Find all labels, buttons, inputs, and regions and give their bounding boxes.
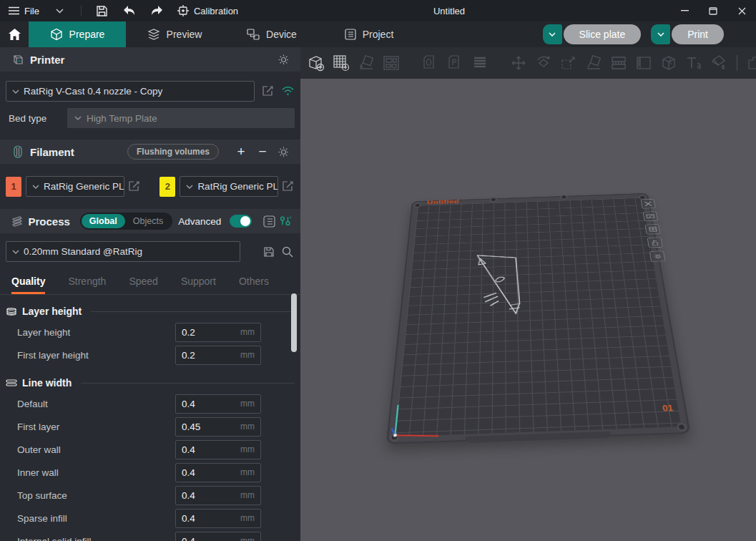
bed-type-select[interactable]: High Temp Plate: [67, 108, 295, 128]
device-icon: [247, 29, 260, 40]
file-menu-label: File: [24, 6, 39, 16]
viewport-toolbar: [300, 47, 756, 79]
tab-others[interactable]: Others: [239, 271, 269, 294]
slice-plate-button[interactable]: Slice plate: [564, 24, 642, 44]
move-icon[interactable]: [509, 53, 529, 73]
support-paint-icon[interactable]: [634, 53, 654, 73]
layer-height-input[interactable]: 0.2 mm: [175, 323, 261, 342]
tab-quality[interactable]: Quality: [11, 271, 45, 294]
setting-label: Sparse infill: [17, 513, 175, 524]
filament-1-select[interactable]: RatRig Generic PLA: [26, 176, 124, 197]
edit-filament-2-icon[interactable]: [281, 181, 295, 192]
sidebar-scrollbar[interactable]: [291, 293, 297, 352]
home-button[interactable]: [0, 21, 29, 47]
hamburger-icon: [9, 6, 19, 15]
split-parts-icon[interactable]: [445, 53, 465, 73]
internal-solid-infill-line-width-input[interactable]: 0.4 mm: [175, 532, 261, 541]
setting-value: 0.4: [182, 444, 240, 455]
setting-label: Default: [17, 399, 175, 409]
setting-label: First layer height: [17, 350, 175, 361]
assembly-icon[interactable]: [745, 53, 756, 73]
tab-support[interactable]: Support: [181, 271, 216, 294]
add-icon[interactable]: [306, 53, 326, 73]
tab-project[interactable]: Project: [320, 21, 418, 47]
edit-filament-1-icon[interactable]: [127, 181, 141, 192]
model-sketch-outline[interactable]: [468, 240, 545, 333]
maximize-button[interactable]: [699, 0, 727, 21]
outer-wall-line-width-input[interactable]: 0.4 mm: [175, 440, 261, 459]
objects-list-icon[interactable]: [263, 215, 276, 228]
setting-value: 0.45: [182, 421, 240, 432]
auto-orient-icon[interactable]: [356, 53, 376, 73]
slice-plate-dropdown[interactable]: [543, 24, 562, 44]
parameter-table-icon[interactable]: [279, 215, 292, 227]
save-preset-icon[interactable]: [263, 246, 275, 258]
place-on-face-icon[interactable]: [584, 53, 604, 73]
printer-section-title: Printer: [30, 54, 64, 66]
filament-section-header: Filament Flushing volumes + −: [0, 140, 300, 164]
save-button[interactable]: [89, 0, 116, 21]
wifi-connection-icon[interactable]: [280, 87, 295, 96]
scope-global[interactable]: Global: [82, 214, 125, 228]
cut-icon[interactable]: [609, 53, 629, 73]
top-surface-line-width-input[interactable]: 0.4 mm: [175, 486, 261, 505]
tab-speed[interactable]: Speed: [129, 271, 157, 294]
undo-button[interactable]: [116, 0, 143, 21]
default-line-width-input[interactable]: 0.4 mm: [175, 394, 261, 414]
arrange-plate-icon[interactable]: [645, 224, 661, 234]
calibration-button[interactable]: Calibration: [170, 0, 245, 21]
coordinate-axes: [388, 398, 448, 443]
plate-name-label: Untitled: [427, 198, 460, 206]
filament-settings-gear-icon[interactable]: [275, 146, 292, 158]
viewport-3d[interactable]: Untitled 01: [300, 79, 756, 541]
inner-wall-line-width-input[interactable]: 0.4 mm: [175, 463, 261, 482]
plate-settings-gear-icon[interactable]: [649, 250, 666, 261]
setting-unit: mm: [240, 536, 255, 541]
filament-2-badge[interactable]: 2: [159, 177, 175, 197]
tab-device[interactable]: Device: [223, 21, 320, 47]
delete-plate-icon[interactable]: [641, 199, 656, 209]
tab-strength[interactable]: Strength: [68, 271, 106, 294]
build-plate[interactable]: Untitled 01: [386, 193, 691, 444]
add-filament-button[interactable]: +: [232, 144, 250, 160]
print-button[interactable]: Print: [672, 24, 724, 44]
print-dropdown[interactable]: [651, 24, 670, 44]
arrange-icon[interactable]: [381, 53, 401, 73]
color-paint-icon[interactable]: [709, 53, 729, 73]
flushing-volumes-button[interactable]: Flushing volumes: [127, 144, 219, 160]
remove-filament-button[interactable]: −: [253, 144, 272, 160]
printer-settings-gear-icon[interactable]: [275, 54, 292, 66]
scope-objects[interactable]: Objects: [125, 214, 171, 228]
add-plate-icon[interactable]: [331, 53, 351, 73]
advanced-toggle[interactable]: [230, 215, 252, 228]
rename-plate-icon[interactable]: [643, 211, 658, 221]
tab-prepare[interactable]: Prepare: [29, 21, 126, 47]
group-title: Line width: [22, 377, 72, 389]
setting-value: 0.4: [182, 490, 240, 501]
split-objects-icon[interactable]: [420, 53, 440, 73]
filament-2-select[interactable]: RatRig Generic PLA: [180, 176, 278, 197]
calibration-icon: [177, 5, 189, 16]
file-menu-chevron[interactable]: [46, 0, 74, 21]
first-layer-line-width-input[interactable]: 0.45 mm: [175, 417, 261, 437]
process-section-header: Process Global Objects Advanced: [0, 209, 300, 233]
scale-icon[interactable]: [559, 53, 579, 73]
text-icon[interactable]: [684, 53, 704, 73]
variable-layer-height-icon[interactable]: [470, 53, 490, 73]
sparse-infill-line-width-input[interactable]: 0.4 mm: [175, 509, 261, 528]
redo-button[interactable]: [143, 0, 170, 21]
lock-plate-icon[interactable]: [647, 237, 663, 248]
first-layer-height-input[interactable]: 0.2 mm: [175, 346, 261, 365]
mesh-boolean-icon[interactable]: [659, 53, 679, 73]
close-button[interactable]: [727, 0, 756, 21]
file-menu[interactable]: File: [0, 0, 46, 21]
tab-preview[interactable]: Preview: [126, 21, 223, 47]
minimize-button[interactable]: [670, 0, 699, 21]
printer-preset-select[interactable]: RatRig V-Cast 0.4 nozzle - Copy: [6, 81, 255, 102]
search-preset-icon[interactable]: [282, 246, 293, 258]
filament-section-title: Filament: [30, 146, 74, 158]
edit-printer-icon[interactable]: [260, 86, 275, 97]
rotate-icon[interactable]: [534, 53, 554, 73]
filament-1-badge[interactable]: 1: [6, 177, 21, 197]
process-preset-select[interactable]: 0.20mm Standard @RatRig: [6, 241, 240, 262]
